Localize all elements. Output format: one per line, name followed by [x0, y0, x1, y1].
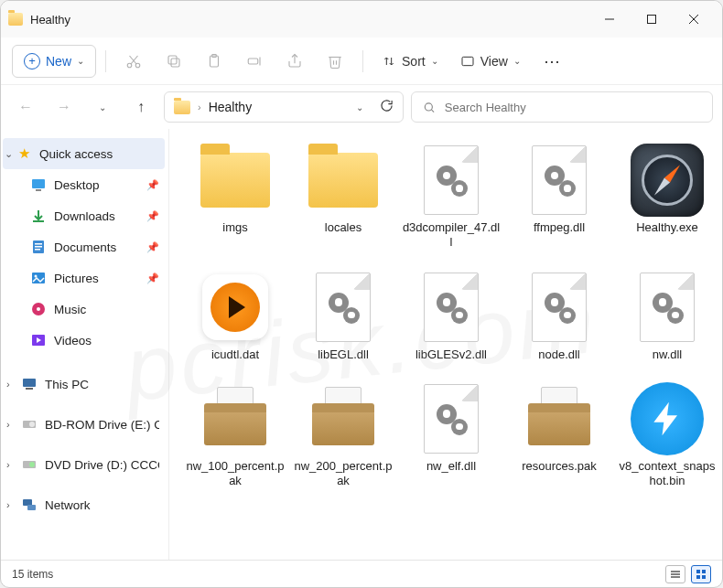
details-view-button[interactable] — [665, 565, 685, 583]
cut-button[interactable] — [115, 45, 152, 78]
sidebar-item-label: BD-ROM Drive (E:) CCCOMA_X64FRE_EN-US_DV… — [45, 418, 159, 432]
sort-button[interactable]: Sort ⌄ — [372, 45, 448, 78]
package-file-icon — [312, 392, 374, 445]
file-item[interactable]: v8_context_snapshot.bin — [616, 380, 718, 489]
forward-button[interactable]: → — [49, 91, 80, 123]
svg-rect-48 — [702, 575, 706, 579]
video-icon — [30, 332, 47, 348]
svg-point-31 — [37, 307, 40, 311]
sidebar-this-pc[interactable]: › This PC — [3, 369, 165, 400]
sidebar-network[interactable]: › Network — [3, 489, 165, 520]
file-item[interactable]: imgs — [184, 142, 286, 251]
rename-button[interactable] — [236, 45, 273, 78]
new-button[interactable]: + New ⌄ — [12, 45, 96, 78]
file-item[interactable]: locales — [292, 142, 394, 251]
file-item[interactable]: resources.pak — [508, 380, 610, 489]
sidebar-item-documents[interactable]: Documents 📌 — [3, 231, 165, 262]
quick-access-label: Quick access — [39, 147, 113, 161]
music-icon — [30, 301, 47, 317]
up-button[interactable]: ↑ — [125, 91, 156, 123]
file-item[interactable]: nw_elf.dll — [400, 380, 502, 489]
sidebar-item-downloads[interactable]: Downloads 📌 — [3, 200, 165, 231]
file-pane[interactable]: imgslocalesd3dcompiler_47.dllffmpeg.dllH… — [169, 129, 722, 560]
maximize-button[interactable] — [631, 5, 673, 34]
sidebar-item-videos[interactable]: Videos — [3, 325, 165, 356]
more-button[interactable]: ⋯ — [534, 45, 570, 78]
star-icon: ★ — [16, 145, 32, 162]
sidebar-quick-access[interactable]: ⌄ ★ Quick access — [3, 138, 165, 169]
file-label: resources.pak — [522, 459, 597, 474]
sidebar-bdrom[interactable]: › BD-ROM Drive (E:) CCCOMA_X64FRE_EN-US_… — [3, 409, 165, 440]
file-item[interactable]: d3dcompiler_47.dll — [400, 142, 502, 251]
file-item[interactable]: node.dll — [508, 269, 610, 362]
svg-line-7 — [130, 56, 137, 64]
package-file-icon — [204, 392, 266, 445]
sidebar-dvd[interactable]: › DVD Drive (D:) CCCOMA_X64FRE_EN-US_DV9 — [3, 449, 165, 480]
search-input[interactable] — [445, 101, 701, 114]
folder-icon — [174, 101, 190, 114]
file-label: nw_200_percent.pak — [294, 459, 393, 489]
svg-rect-28 — [32, 273, 45, 283]
pin-icon: 📌 — [146, 273, 159, 284]
svg-rect-47 — [696, 575, 700, 579]
close-button[interactable] — [673, 5, 715, 34]
icons-view-button[interactable] — [691, 565, 711, 583]
search-box[interactable] — [411, 91, 713, 123]
file-label: Healthy.exe — [636, 220, 698, 235]
disc-icon — [21, 416, 38, 433]
file-label: icudtl.dat — [211, 347, 259, 362]
file-label: v8_context_snapshot.bin — [618, 459, 717, 489]
file-item[interactable]: nw_200_percent.pak — [292, 380, 394, 489]
new-label: New — [46, 54, 71, 69]
sidebar-item-pictures[interactable]: Pictures 📌 — [3, 262, 165, 294]
share-button[interactable] — [276, 45, 313, 78]
svg-rect-46 — [702, 570, 706, 573]
breadcrumb[interactable]: Healthy — [209, 100, 252, 114]
file-item[interactable]: icudtl.dat — [184, 269, 286, 362]
address-bar[interactable]: › Healthy ⌄ — [164, 91, 404, 123]
file-label: ffmpeg.dll — [534, 220, 585, 235]
file-item[interactable]: nw.dll — [616, 269, 718, 362]
download-icon — [30, 208, 47, 224]
file-item[interactable]: libGLESv2.dll — [400, 269, 502, 362]
chevron-right-icon: › — [6, 499, 10, 510]
package-file-icon — [528, 392, 590, 445]
sort-icon — [382, 54, 396, 69]
file-label: libGLESv2.dll — [415, 347, 487, 362]
file-item[interactable]: libEGL.dll — [292, 269, 394, 362]
minimize-button[interactable] — [588, 5, 631, 34]
file-label: nw_elf.dll — [426, 459, 476, 474]
search-icon — [423, 101, 436, 114]
delete-button[interactable] — [317, 45, 353, 78]
chevron-down-icon[interactable]: ⌄ — [356, 102, 363, 112]
svg-rect-8 — [171, 59, 179, 67]
view-button[interactable]: View ⌄ — [451, 45, 530, 78]
svg-rect-1 — [648, 16, 656, 24]
status-text: 15 items — [12, 568, 53, 581]
file-label: nw.dll — [653, 347, 683, 362]
sidebar-item-desktop[interactable]: Desktop 📌 — [3, 169, 165, 200]
separator — [105, 50, 106, 72]
toolbar: + New ⌄ Sort ⌄ View ⌄ ⋯ — [1, 37, 722, 85]
file-item[interactable]: ffmpeg.dll — [508, 142, 610, 251]
file-label: locales — [325, 220, 362, 235]
compass-app-icon — [631, 144, 704, 217]
sidebar-item-label: Downloads — [54, 209, 115, 223]
sidebar-item-label: Music — [54, 303, 86, 316]
svg-point-37 — [29, 422, 35, 427]
sidebar-item-label: Network — [45, 498, 91, 512]
recent-button[interactable]: ⌄ — [87, 91, 118, 123]
copy-button[interactable] — [156, 45, 192, 78]
back-button[interactable]: ← — [10, 91, 41, 123]
sidebar-item-label: Documents — [54, 241, 116, 254]
disc-icon — [21, 456, 38, 473]
chevron-down-icon: ⌄ — [431, 56, 438, 66]
file-item[interactable]: Healthy.exe — [616, 142, 718, 251]
file-item[interactable]: nw_100_percent.pak — [184, 380, 286, 489]
paste-button[interactable] — [196, 45, 232, 78]
sidebar-item-label: This PC — [45, 378, 89, 391]
sidebar-item-music[interactable]: Music — [3, 294, 165, 325]
svg-rect-40 — [23, 499, 32, 506]
refresh-button[interactable] — [380, 99, 394, 116]
chevron-right-icon: › — [198, 102, 201, 112]
